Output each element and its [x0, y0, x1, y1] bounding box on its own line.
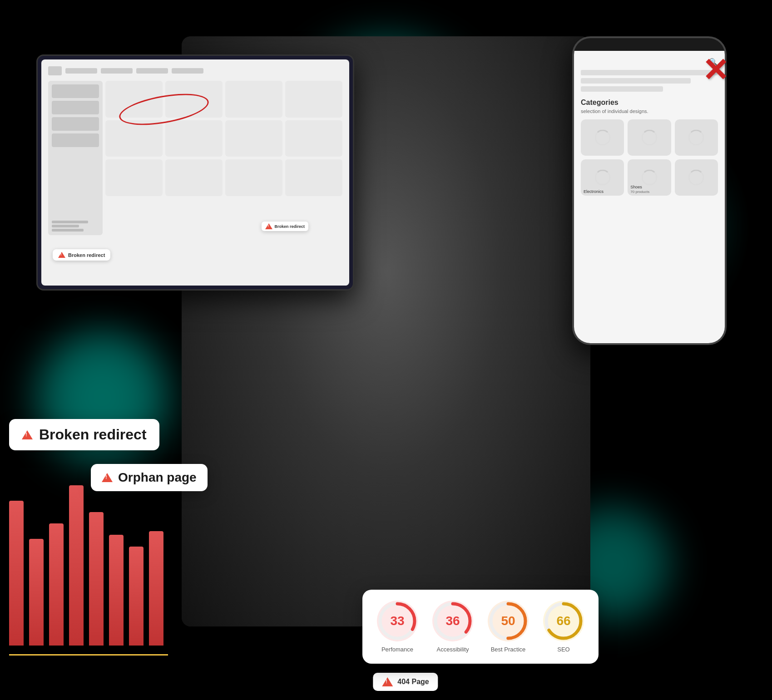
score-label-3: SEO [557, 646, 569, 653]
sidebar-rect-1 [52, 84, 99, 98]
desktop-header [48, 66, 342, 75]
desktop-mockup: Broken redirect Broken redirect [36, 54, 354, 291]
sidebar-rect-3 [52, 117, 99, 131]
shoes-label: Shoes 70 products [630, 185, 649, 194]
desktop-cell-7 [225, 120, 282, 157]
bar-5 [89, 512, 104, 646]
mobile-grid-item-electronics: Electronics [581, 159, 624, 196]
loading-spinner-2 [641, 130, 657, 146]
warning-triangle-small [58, 252, 65, 258]
score-number-3: 66 [556, 614, 570, 628]
sidebar-rect-2 [52, 101, 99, 114]
mobile-categories-sub: selection of individual designs. [581, 108, 718, 114]
warning-triangle-small-2 [265, 223, 272, 229]
footer-line-2 [52, 225, 79, 227]
score-circle-1: 36 [432, 601, 473, 641]
mobile-grid-item-6 [675, 159, 718, 196]
footer-line-1 [52, 221, 88, 223]
desktop-screen: Broken redirect Broken redirect [41, 59, 349, 286]
yellow-baseline [9, 654, 168, 656]
bar-1 [9, 501, 24, 646]
score-cards: 33 Perfomance 36 Accessibility 50 Best P… [362, 590, 599, 664]
broken-redirect-small-badge: Broken redirect [262, 222, 308, 231]
orphan-page-text: Orphan page [118, 470, 197, 485]
mobile-grid-item-2 [628, 119, 671, 156]
mobile-categories-title: Categories [581, 99, 718, 107]
broken-redirect-desktop-text: Broken redirect [68, 252, 105, 258]
desktop-nav-item-3 [136, 68, 168, 74]
electronics-label: Electronics [584, 189, 604, 194]
mobile-screen: 🔍 Categories selection of individual des… [574, 51, 725, 343]
desktop-cell-5 [105, 120, 163, 157]
mobile-grid: Electronics Shoes 70 products [581, 119, 718, 196]
mobile-bar-3 [581, 86, 663, 92]
orphan-page-badge: Orphan page [91, 464, 208, 491]
desktop-cell-10 [165, 159, 223, 196]
warning-triangle-404 [382, 677, 393, 686]
mobile-header-bars [581, 70, 718, 92]
shoes-products: 70 products [630, 190, 649, 194]
desktop-cell-4 [285, 81, 342, 118]
bar-6 [109, 535, 124, 646]
score-card-perfomance: 33 Perfomance [377, 601, 418, 653]
score-circle-3: 66 [543, 601, 584, 641]
score-card-best-practice: 50 Best Practice [488, 601, 529, 653]
mobile-bar-2 [581, 78, 691, 84]
loading-spinner-6 [688, 170, 704, 186]
loading-spinner-1 [594, 130, 610, 146]
bar-2 [29, 539, 44, 646]
desktop-nav-item-2 [101, 68, 133, 74]
broken-redirect-small-text: Broken redirect [274, 224, 305, 229]
mobile-bar-1 [581, 70, 718, 75]
score-circle-0: 33 [377, 601, 418, 641]
score-number-1: 36 [445, 614, 460, 628]
mobile-notch [622, 38, 677, 51]
score-label-0: Perfomance [381, 646, 413, 653]
score-number-0: 33 [390, 614, 404, 628]
desktop-cell-12 [285, 159, 342, 196]
mobile-grid-item-1 [581, 119, 624, 156]
desktop-cell-9 [105, 159, 163, 196]
mobile-grid-item-shoes: Shoes 70 products [628, 159, 671, 196]
badge-404: 404 Page [373, 673, 438, 691]
score-card-accessibility: 36 Accessibility [432, 601, 473, 653]
score-card-seo: 66 SEO [543, 601, 584, 653]
desktop-cell-11 [225, 159, 282, 196]
loading-spinner-4 [594, 170, 610, 186]
red-x-icon: ✕ [702, 54, 729, 86]
score-label-2: Best Practice [491, 646, 526, 653]
footer-line-3 [52, 229, 84, 232]
bar-7 [129, 547, 144, 646]
score-circle-2: 50 [488, 601, 529, 641]
broken-redirect-desktop-badge: Broken redirect [53, 249, 110, 261]
bar-4 [69, 485, 84, 646]
warning-triangle-orphan [102, 473, 113, 482]
footer-lines [52, 221, 99, 232]
sidebar-rect-4 [52, 133, 99, 147]
bar-3 [49, 523, 64, 646]
desktop-cell-6 [165, 120, 223, 157]
mobile-grid-item-3 [675, 119, 718, 156]
desktop-logo [48, 66, 62, 75]
loading-spinner-5 [641, 170, 657, 186]
desktop-cell-8 [285, 120, 342, 157]
desktop-nav-item-4 [172, 68, 203, 74]
desktop-sidebar [48, 81, 103, 235]
bar-8 [149, 531, 163, 646]
desktop-nav-item-1 [65, 68, 97, 74]
badge-404-text: 404 Page [397, 678, 429, 686]
loading-spinner-3 [688, 130, 704, 146]
desktop-cell-3 [225, 81, 282, 118]
bar-chart [0, 428, 173, 655]
broken-redirect-main-text: Broken redirect [39, 426, 147, 443]
score-number-2: 50 [501, 614, 515, 628]
broken-redirect-main-badge: Broken redirect [9, 419, 159, 450]
score-label-1: Accessibility [437, 646, 469, 653]
warning-triangle-main [22, 430, 33, 439]
